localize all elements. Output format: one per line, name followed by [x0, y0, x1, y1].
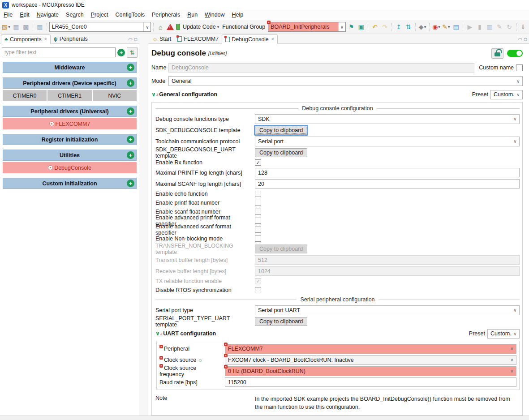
add-icon[interactable]: + — [127, 180, 134, 187]
custom-name-checkbox[interactable] — [516, 64, 523, 71]
functional-group-selector[interactable]: × BOARD_InitPeripherals ∨ — [268, 22, 346, 32]
disable-rtos-synchronization-checkbox[interactable] — [255, 287, 261, 293]
menu-configtools[interactable]: ConfigTools — [112, 11, 148, 19]
tab-debugconsole[interactable]: DebugConsole × — [222, 34, 278, 44]
debug-console-functions-type-select[interactable]: SDK∨ — [255, 114, 520, 124]
menu-run[interactable]: Run — [184, 11, 201, 19]
maximal-printf-log-length-chars-field[interactable]: 128 — [255, 168, 520, 177]
minimize-panel-icon[interactable]: ▭ — [129, 37, 133, 42]
maximize-panel-icon[interactable]: □ — [134, 37, 137, 42]
menu-file[interactable]: File — [0, 11, 16, 19]
preset-select[interactable]: Custom... ∨ — [490, 90, 523, 99]
close-icon[interactable]: × — [271, 37, 274, 42]
components-menu-icon[interactable]: ◆▾ — [418, 21, 427, 32]
mode-select[interactable]: General ∨ — [168, 76, 523, 86]
redo-icon[interactable]: ↷ — [380, 21, 389, 32]
section-header-label: Middleware — [3, 64, 136, 71]
enable-advanced-printf-format-specifier-checkbox[interactable] — [255, 218, 261, 224]
menu-edit[interactable]: Edit — [16, 11, 33, 19]
menu-window[interactable]: Window — [201, 11, 228, 19]
component-ctimer1[interactable]: CTIMER1 — [47, 90, 91, 101]
field-control: 128 — [255, 168, 520, 177]
field-label: SERIAL_PORT_TYPE_UART template — [155, 315, 255, 328]
enable-echo-function-checkbox[interactable] — [255, 191, 261, 197]
section-header-utilities[interactable]: Utilities+ — [3, 150, 137, 161]
sdk-debugconsole-uart-template-button[interactable]: Copy to clipboard — [255, 148, 307, 157]
component-ctimer0[interactable]: CTIMER0 — [3, 90, 47, 101]
new-wizard-icon[interactable]: ▧▾ — [1, 21, 11, 32]
overview-icon[interactable]: ▣ — [357, 21, 366, 32]
peripheral-enable-toggle[interactable] — [507, 50, 523, 57]
enable-rx-function-checkbox[interactable]: ✓ — [255, 159, 261, 166]
add-component-button[interactable]: + — [117, 49, 125, 56]
save-all-icon[interactable]: ▩ — [22, 21, 30, 32]
add-icon[interactable]: + — [127, 107, 134, 115]
page-title: Debug console — [151, 49, 206, 58]
peripheral-select[interactable]: ×FLEXCOMM7∨ — [225, 344, 516, 354]
save-icon[interactable]: ▦ — [12, 21, 21, 32]
maximize-panel-icon[interactable]: □ — [524, 37, 527, 42]
console-icon[interactable]: ▤ — [452, 21, 460, 32]
import-icon[interactable]: ⇓ — [519, 21, 528, 32]
tools-icon[interactable]: ✎▾ — [442, 21, 451, 32]
section-header-peripheral-drivers-universal[interactable]: Peripheral drivers (Universal)+ — [3, 106, 137, 117]
expander-icon[interactable]: ∨ — [155, 330, 160, 337]
section-header-middleware[interactable]: Middleware+ — [3, 62, 137, 73]
add-icon[interactable]: + — [127, 79, 134, 87]
add-icon[interactable]: + — [127, 136, 134, 143]
menu-help[interactable]: Help — [228, 11, 247, 19]
enable-advanced-scanf-format-specifier-checkbox[interactable] — [255, 227, 261, 233]
clock-source-frequency-select[interactable]: ×0 Hz (BOARD_BootClockRUN)∨ — [225, 366, 516, 376]
section-header-register-initialization[interactable]: Register initialization+ — [3, 134, 137, 145]
run-config-icon[interactable]: ◉▾ — [432, 21, 441, 32]
sort-functional-groups-icon[interactable]: ⇅ — [404, 21, 413, 32]
project-selector[interactable]: LR455_Core0 ∨ — [49, 22, 151, 32]
section-header-peripheral-drivers-device-specific[interactable]: Peripheral drivers (Device specific)+ — [3, 77, 137, 89]
pin-view-icon[interactable]: ⚑ — [347, 21, 356, 32]
sort-icon[interactable]: ⇅ — [127, 47, 138, 58]
save-binary-icon[interactable]: ▦ — [35, 21, 44, 32]
serial-port-type-select[interactable]: Serial port UART∨ — [255, 305, 520, 315]
form-row: Enable printf float number — [155, 198, 520, 207]
enable-printf-float-number-checkbox[interactable] — [255, 200, 261, 206]
filter-input[interactable] — [2, 47, 116, 57]
form-row: ×Clock source frequency×0 Hz (BOARD_Boot… — [159, 365, 516, 377]
close-icon[interactable]: × — [44, 37, 47, 42]
tab-components[interactable]: ♣ Components × — [1, 34, 51, 44]
tab-peripherals[interactable]: ψ Peripherals — [51, 34, 91, 43]
enable-scanf-float-number-checkbox[interactable] — [255, 209, 261, 215]
serial-port-type-uart-template-button[interactable]: Copy to clipboard — [255, 317, 307, 326]
home-icon[interactable]: ⌂ — [156, 21, 165, 32]
chevron-down-icon: ▾ — [217, 25, 219, 29]
peripheral-page-icon — [225, 37, 230, 42]
baud-rate-bps-field[interactable]: 115200 — [225, 377, 516, 387]
tab-start[interactable]: ☼ Start — [149, 34, 174, 43]
panel-sash[interactable] — [139, 34, 148, 416]
component-debugconsole[interactable]: ×DebugConsole — [3, 162, 137, 173]
minimize-panel-icon[interactable]: ▭ — [518, 37, 522, 42]
export-icon[interactable]: ↥ — [394, 21, 403, 32]
clock-source-select[interactable]: ×FXCOM7 clock - BOARD_BootClockRUN: Inac… — [225, 355, 516, 365]
toolchain-communication-protocol-select[interactable]: Serial port∨ — [255, 137, 520, 146]
section-header-custom-initialization[interactable]: Custom initialization+ — [3, 178, 137, 189]
uart-preset-select[interactable]: Custom... ∨ — [487, 329, 520, 339]
enable-non-blocking-mode-checkbox[interactable] — [255, 236, 261, 242]
undo-icon[interactable]: ↶ — [370, 21, 379, 32]
add-icon[interactable]: + — [127, 64, 134, 71]
select-value: FXCOM7 clock - BOARD_BootClockRUN: Inact… — [228, 357, 508, 363]
component-flexcomm7[interactable]: ×FLEXCOMM7 — [3, 118, 137, 129]
lock-button[interactable] — [491, 48, 503, 59]
menu-peripherals[interactable]: Peripherals — [148, 11, 184, 19]
expander-icon[interactable]: ∨ — [151, 91, 156, 98]
menu-navigate[interactable]: Navigate — [33, 11, 62, 19]
preset-label: Preset — [469, 330, 485, 337]
add-icon[interactable]: + — [127, 151, 134, 159]
error-marker-icon[interactable] — [166, 21, 175, 32]
maximal-scanf-log-length-chars-field[interactable]: 20 — [255, 179, 520, 189]
tab-flexcomm7[interactable]: FLEXCOMM7 — [174, 34, 222, 43]
sdk-debugconsole-template-button[interactable]: Copy to clipboard — [255, 126, 307, 135]
update-code-button[interactable]: Update Code ▾ — [176, 21, 219, 32]
component-nvic[interactable]: NVIC — [93, 90, 137, 101]
menu-project[interactable]: Project — [87, 11, 112, 19]
menu-search[interactable]: Search — [62, 11, 87, 19]
